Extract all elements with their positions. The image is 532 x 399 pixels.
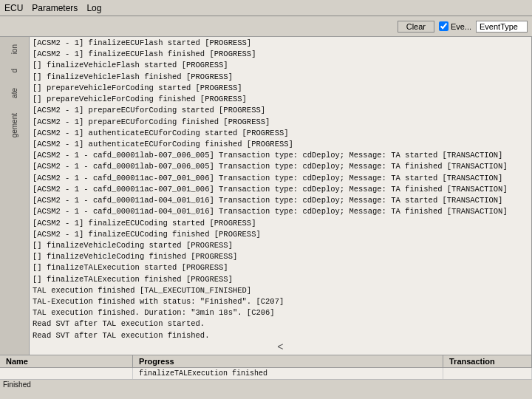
log-area[interactable]: [ACSM2 - 1] finalizeECUFlash started [PR…: [30, 37, 532, 355]
cell-progress: finalizeTALExecution finished: [133, 368, 443, 379]
main-area: ion d ate gement [ACSM2 - 1] finalizeECU…: [0, 37, 532, 355]
log-line: [ACSM2 - 1 - cafd_00001lab-007_006_005] …: [33, 161, 528, 172]
log-line: [ACSM2 - 1] finalizeECUFlash finished [P…: [33, 49, 528, 60]
log-line: [ACSM2 - 1] authenticateECUforCoding sta…: [33, 128, 528, 139]
bottom-header: Name Progress Transaction: [0, 355, 532, 368]
log-line: [ACSM2 - 1 - cafd_000011ac-007_001_006] …: [33, 184, 528, 195]
col-name: Name: [0, 355, 133, 367]
menu-log[interactable]: Log: [86, 3, 101, 13]
eve-checkbox-group: Eve...: [439, 21, 471, 31]
sidebar-label-3: ate: [10, 88, 18, 98]
bottom-panel: Name Progress Transaction finalizeTALExe…: [0, 355, 532, 399]
log-line: [] finalizeVehicleFlash started [PROGRES…: [33, 60, 528, 71]
log-line: TAL execution finished [TAL_EXECUTION_FI…: [33, 285, 528, 296]
scroll-indicator: <: [33, 341, 528, 353]
eve-label: Eve...: [451, 22, 471, 31]
log-line: [ACSM2 - 1 - cafd_000011ac-007_001_006] …: [33, 173, 528, 184]
log-line: [ACSM2 - 1 - cafd_000011ad-004_001_016] …: [33, 195, 528, 206]
log-line: Read SVT after TAL execution started.: [33, 318, 528, 330]
log-line: [ACSM2 - 1] finalizeECUFlash started [PR…: [33, 38, 528, 49]
eve-checkbox[interactable]: [439, 21, 449, 31]
bottom-data-row: finalizeTALExecution finished: [0, 368, 532, 379]
log-line: [] finalizeVehicleFlash finished [PROGRE…: [33, 72, 528, 83]
log-line: [] prepareVehicleForCoding finished [PRO…: [33, 94, 528, 105]
col-progress: Progress: [133, 355, 443, 367]
log-line: [ACSM2 - 1] prepareECUforCoding started …: [33, 105, 528, 116]
bottom-status: Finished: [0, 379, 532, 389]
cell-name: [0, 368, 133, 379]
log-line: [] finalizeTALExecution finished [PROGRE…: [33, 274, 528, 285]
log-line: TAL-Execution finished with status: "Fin…: [33, 296, 528, 307]
menu-ecu[interactable]: ECU: [4, 3, 23, 13]
sidebar: ion d ate gement: [0, 37, 30, 355]
log-line: [ACSM2 - 1] finalizeECUCoding finished […: [33, 229, 528, 240]
sidebar-label-1: ion: [10, 44, 18, 54]
sidebar-label-2: d: [10, 69, 18, 73]
toolbar: Clear Eve... EventType: [0, 16, 532, 37]
cell-transaction: [443, 368, 532, 379]
menu-bar: ECU Parameters Log: [0, 0, 532, 16]
sidebar-label-4: gement: [10, 113, 18, 137]
log-line: [ACSM2 - 1 - cafd_000011ad-004_001_016] …: [33, 206, 528, 217]
eventtype-label: EventType: [476, 21, 528, 33]
log-line: TAL execution finished. Duration: "3min …: [33, 307, 528, 318]
log-line: [ACSM2 - 1] finalizeECUCoding started [P…: [33, 218, 528, 229]
clear-button[interactable]: Clear: [398, 21, 434, 33]
log-line: [] finalizeVehicleCoding finished [PROGR…: [33, 251, 528, 262]
log-line: [] finalizeVehicleCoding started [PROGRE…: [33, 240, 528, 251]
log-line: [] prepareVehicleForCoding started [PROG…: [33, 83, 528, 94]
log-line: [] finalizeTALExecution started [PROGRES…: [33, 262, 528, 273]
log-line: [ACSM2 - 1] prepareECUforCoding finished…: [33, 117, 528, 128]
log-line: [ACSM2 - 1] authenticateECUforCoding fin…: [33, 139, 528, 150]
log-line: Read SVT after TAL execution finished.: [33, 330, 528, 341]
log-line: [ACSM2 - 1 - cafd_00001lab-007_006_005] …: [33, 150, 528, 161]
menu-parameters[interactable]: Parameters: [32, 3, 78, 13]
col-transaction: Transaction: [443, 355, 532, 367]
